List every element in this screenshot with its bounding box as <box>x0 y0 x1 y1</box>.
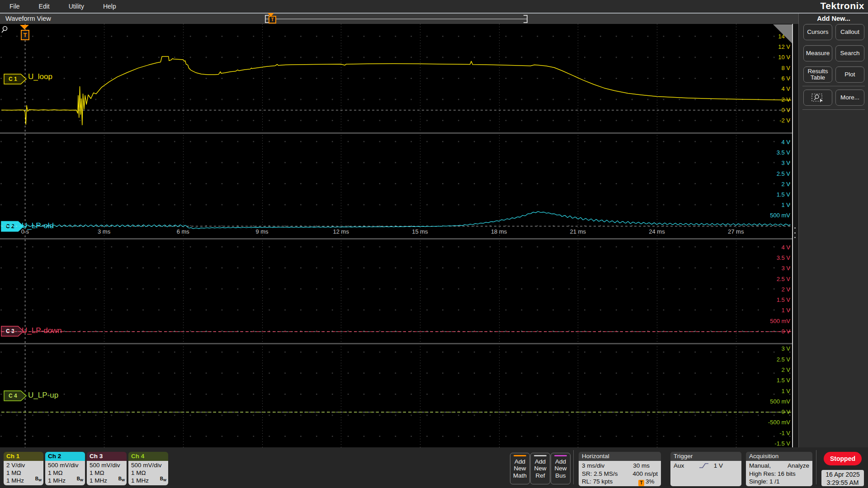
scale-tick-label: 10 V <box>762 54 790 61</box>
ch4-settings-card[interactable]: Ch 4 500 mV/div 1 MΩ 1 MHz BW <box>128 452 168 485</box>
trace-U_LP-up <box>0 344 792 447</box>
ch1-scale: 2 V/div <box>6 461 43 469</box>
run-state-badge[interactable]: Stopped <box>824 452 862 465</box>
horizontal-panel[interactable]: Horizontal 3 ms/div30 ms SR: 2.5 MS/s400… <box>579 452 661 486</box>
ch3-settings-card[interactable]: Ch 3 500 mV/div 1 MΩ 1 MHz BW <box>87 452 127 485</box>
add-new-bus-button[interactable]: Add New Bus <box>551 453 571 484</box>
cursors-button[interactable]: Cursors <box>803 24 832 40</box>
waveform-view-title: Waveform View <box>5 15 51 22</box>
math-color-strip <box>514 455 526 456</box>
waveform-window: Waveform View T T C 1 U_loop <box>0 14 798 447</box>
add-new-panel: Add New... Cursors Callout Measure Searc… <box>798 14 868 447</box>
ch1-settings-card[interactable]: Ch 1 2 V/div 1 MΩ 1 MHz BW <box>4 452 43 485</box>
scale-tick-label: 4 V <box>762 139 790 145</box>
zoom-select-icon <box>811 92 825 103</box>
scale-tick-label: 0 V <box>762 328 790 335</box>
ch2-scale: 500 mV/div <box>48 461 85 469</box>
bandwidth-limit-badge: BW <box>35 475 42 484</box>
ch2-card-title: Ch 2 <box>45 452 85 461</box>
panel-separator <box>802 86 865 86</box>
scale-tick-label: 2 V <box>762 96 790 103</box>
scale-tick-label: 2.5 V <box>762 170 790 177</box>
statusbar-separator <box>573 450 574 484</box>
plot-button[interactable]: Plot <box>835 66 864 83</box>
scale-tick-label: 1 V <box>762 388 790 394</box>
acquisition-analyze: Analyze <box>788 462 809 470</box>
scale-tick-label: -1.5 V <box>762 440 790 447</box>
scale-tick-label: 1.5 V <box>762 377 790 384</box>
acquisition-detail: High Res: 16 bits <box>749 470 809 478</box>
menu-utility[interactable]: Utility <box>59 3 94 10</box>
horizontal-overview-bar[interactable]: T <box>265 15 528 23</box>
add-new-ref-button[interactable]: Add New Ref <box>530 453 550 484</box>
more-button[interactable]: More... <box>835 89 864 106</box>
date-value: 16 Apr 2025 <box>821 470 864 479</box>
trace-U_LP-down <box>0 239 792 343</box>
scale-tick-label: 4 V <box>762 244 790 251</box>
waveform-trace[interactable] <box>1 56 791 125</box>
trace-U_LP-old <box>0 134 792 238</box>
scale-tick-label: 500 mV <box>762 398 790 405</box>
acquisition-title: Acquisition <box>746 452 812 461</box>
ch4-card-title: Ch 4 <box>128 452 168 461</box>
scale-tick-label: 3.5 V <box>762 254 790 261</box>
ch3-card-title: Ch 3 <box>87 452 127 461</box>
bandwidth-limit-badge: BW <box>118 475 125 484</box>
menu-file[interactable]: File <box>0 3 29 10</box>
ref-color-strip <box>534 455 547 456</box>
scale-tick-label: 1 V <box>762 307 790 314</box>
scale-tick-label: 6 V <box>762 75 790 82</box>
results-table-button[interactable]: Results Table <box>803 66 832 83</box>
scale-tick-label: 0 V <box>762 107 790 113</box>
scale-tick-label: 3.5 V <box>762 149 790 156</box>
scale-tick-label: 2 V <box>762 366 790 373</box>
trigger-title: Trigger <box>670 452 741 461</box>
trigger-position-value: T3% <box>638 478 658 486</box>
scale-tick-label: -2 V <box>762 117 790 124</box>
overview-line <box>266 19 527 19</box>
ch4-scale: 500 mV/div <box>131 461 168 469</box>
time-resolution: 400 ns/pt <box>632 470 658 478</box>
time-value: 3:29:55 AM <box>821 479 864 487</box>
zoom-select-button[interactable] <box>803 89 832 106</box>
menu-bar: File Edit Utility Help Tektronix <box>0 0 868 13</box>
plot-right-edge <box>792 24 793 447</box>
bus-color-strip <box>554 455 567 456</box>
trigger-position-icon: T <box>638 480 644 486</box>
add-new-math-button[interactable]: Add New Math <box>510 453 530 484</box>
sample-rate: SR: 2.5 MS/s <box>582 470 618 478</box>
ch2-settings-card[interactable]: Ch 2 500 mV/div 1 MΩ 1 MHz BW <box>45 452 85 485</box>
search-button[interactable]: Search <box>835 45 864 61</box>
waveform-view-header: Waveform View T <box>0 14 798 24</box>
bandwidth-limit-badge: BW <box>160 475 166 484</box>
trigger-level: 1 V <box>714 462 723 469</box>
scale-tick-label: 1.5 V <box>762 191 790 198</box>
measure-button[interactable]: Measure <box>803 45 832 61</box>
acquisition-single: Single: 1 /1 <box>749 478 809 486</box>
scale-tick-label: 3 V <box>762 345 790 352</box>
ch1-card-title: Ch 1 <box>4 452 43 461</box>
scale-tick-label: 2.5 V <box>762 276 790 282</box>
scale-tick-label: 500 mV <box>762 212 790 219</box>
menu-help[interactable]: Help <box>94 3 126 10</box>
menu-edit[interactable]: Edit <box>29 3 59 10</box>
horizontal-title: Horizontal <box>579 452 661 461</box>
bandwidth-limit-badge: BW <box>77 475 83 484</box>
trigger-panel[interactable]: Trigger Aux 1 V <box>670 452 741 486</box>
graticule-area[interactable]: T C 1 U_loop C 2 U_LP-old C 3 U_LP-down … <box>0 24 792 447</box>
rising-edge-icon <box>698 462 709 469</box>
acquisition-mode: Manual, <box>749 462 771 470</box>
acquisition-panel[interactable]: Acquisition Manual,Analyze High Res: 16 … <box>746 452 812 486</box>
slot-drag-handle[interactable] <box>794 227 796 238</box>
overview-trigger-marker-icon[interactable]: T <box>269 16 276 23</box>
scale-tick-label: -500 mV <box>762 419 790 426</box>
status-bar: Ch 1 2 V/div 1 MΩ 1 MHz BW Ch 2 500 mV/d… <box>0 447 868 488</box>
scale-tick-label: 8 V <box>762 65 790 71</box>
scale-tick-label: 1 V <box>762 202 790 208</box>
ch3-scale: 500 mV/div <box>90 461 127 469</box>
scale-tick-label: 12 V <box>762 43 790 50</box>
zoom-corner-button[interactable] <box>773 24 792 44</box>
scale-tick-label: 2 V <box>762 286 790 293</box>
callout-button[interactable]: Callout <box>835 24 864 40</box>
horizontal-window: 30 ms <box>633 462 650 470</box>
